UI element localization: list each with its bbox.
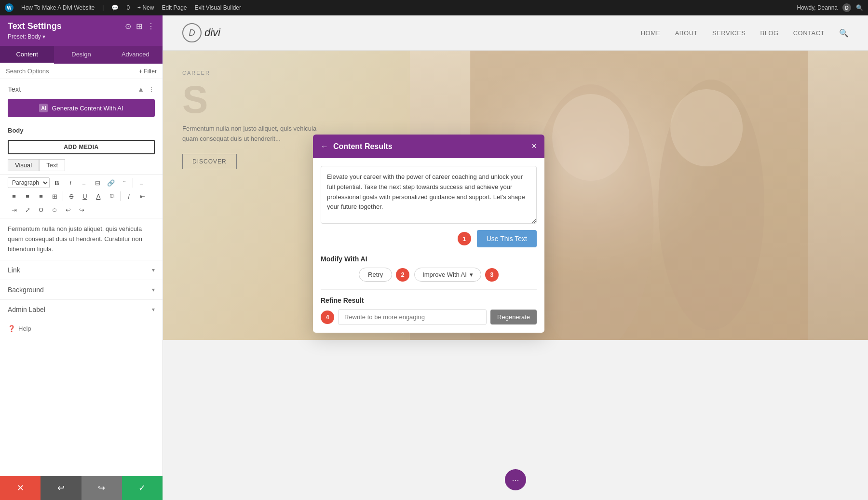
use-text-button[interactable]: Use This Text: [477, 230, 537, 247]
align-center-btn[interactable]: ≡: [8, 190, 20, 203]
search-options-input[interactable]: [6, 68, 135, 75]
strike-btn[interactable]: S: [65, 190, 78, 203]
add-media-button[interactable]: ADD MEDIA: [8, 140, 155, 154]
italic-btn[interactable]: I: [64, 176, 77, 189]
redo-button[interactable]: ↪: [81, 476, 122, 500]
user-avatar: D: [842, 3, 851, 12]
modal-title-row: ← Content Results: [321, 142, 393, 151]
refine-input[interactable]: [338, 309, 487, 325]
wp-logo-icon: W: [5, 3, 14, 12]
badge-4: 4: [321, 311, 334, 324]
retry-badge-row: Retry 2: [359, 268, 409, 282]
link-section[interactable]: Link ▾: [0, 260, 163, 280]
exit-builder-link[interactable]: Exit Visual Builder: [195, 4, 242, 11]
improve-with-label: Improve With AI: [422, 271, 467, 278]
admin-label-section[interactable]: Admin Label ▾: [0, 299, 163, 319]
new-link[interactable]: + New: [137, 4, 154, 11]
ul-btn[interactable]: ≡: [78, 176, 90, 189]
site-name-link[interactable]: How To Make A Divi Website: [21, 4, 95, 11]
filter-button[interactable]: + Filter: [139, 68, 157, 75]
edit-page-link[interactable]: Edit Page: [162, 4, 187, 11]
table-btn[interactable]: ⊞: [48, 190, 61, 203]
tab-advanced[interactable]: Advanced: [108, 46, 163, 64]
indent-right-btn[interactable]: ⇥: [8, 203, 20, 216]
panel-settings-icon[interactable]: ⊙: [125, 22, 131, 31]
panel-layout-icon[interactable]: ⊞: [136, 22, 142, 31]
fullscreen-btn[interactable]: ⤢: [21, 203, 34, 216]
generate-ai-label: Generate Content With AI: [52, 105, 123, 112]
text-section-collapse[interactable]: ▲: [137, 85, 144, 93]
background-section[interactable]: Background ▾: [0, 280, 163, 299]
modify-ai-label: Modify With AI: [321, 255, 537, 263]
panel-title: Text Settings: [8, 21, 62, 31]
refine-row: Regenerate: [338, 309, 537, 325]
wp-admin-bar: W How To Make A Divi Website | 💬 0 + New…: [0, 0, 868, 15]
regenerate-button[interactable]: Regenerate: [490, 310, 537, 324]
generate-ai-button[interactable]: AI Generate Content With AI: [8, 99, 155, 117]
comments-link[interactable]: 0: [126, 4, 130, 11]
ai-icon: AI: [39, 104, 48, 112]
align-left-btn[interactable]: ≡: [135, 176, 148, 189]
special-char-btn[interactable]: Ω: [35, 203, 47, 216]
howdy-text: Howdy, Deanna: [797, 4, 838, 11]
toolbar-sep-1: [133, 178, 133, 188]
modal-back-icon[interactable]: ←: [321, 142, 328, 151]
redo-btn[interactable]: ↪: [75, 203, 88, 216]
retry-button[interactable]: Retry: [359, 268, 392, 282]
panel-title-row: Text Settings ⊙ ⊞ ⋮: [8, 21, 155, 31]
use-text-row: 1 Use This Text: [321, 230, 537, 247]
toolbar-sep-2: [63, 191, 63, 201]
panel-preset[interactable]: Preset: Body ▾: [8, 33, 155, 40]
text-section-header: Text ▲ ⋮: [0, 79, 163, 97]
emoji-btn[interactable]: ☺: [48, 203, 61, 216]
panel-more-icon[interactable]: ⋮: [147, 22, 155, 31]
text-section-more[interactable]: ⋮: [148, 85, 155, 93]
text-btn[interactable]: Text: [39, 159, 65, 171]
link-label: Link: [8, 266, 20, 274]
background-chevron-icon: ▾: [152, 286, 155, 293]
align-right-btn[interactable]: ≡: [21, 190, 34, 203]
body-label: Body: [0, 123, 163, 138]
undo-button[interactable]: ↩: [41, 476, 81, 500]
link-btn[interactable]: 🔗: [105, 176, 117, 189]
improve-dropdown-icon: ▾: [470, 271, 473, 278]
help-icon: ❓: [8, 325, 15, 332]
undo-btn[interactable]: ↩: [62, 203, 74, 216]
copy-format-btn[interactable]: ⧉: [106, 190, 118, 203]
modal-overlay: ← Content Results × 1 Use This Text: [163, 15, 868, 500]
left-panel: Text Settings ⊙ ⊞ ⋮ Preset: Body ▾ Conte…: [0, 15, 163, 500]
right-content: D divi HOME ABOUT SERVICES BLOG CONTACT …: [163, 15, 868, 500]
align-justify-btn[interactable]: ≡: [35, 190, 47, 203]
badge-4-row: 4 Regenerate: [321, 309, 537, 325]
comments-icon: 💬: [111, 4, 119, 11]
modal-close-button[interactable]: ×: [531, 141, 537, 151]
help-section: ❓ Help: [0, 319, 163, 338]
result-textarea[interactable]: [321, 166, 537, 224]
help-label[interactable]: Help: [18, 325, 31, 332]
paragraph-select[interactable]: Paragraph: [8, 177, 50, 188]
bold-btn[interactable]: B: [51, 176, 63, 189]
save-button[interactable]: ✓: [122, 476, 163, 500]
cancel-button[interactable]: ✕: [0, 476, 41, 500]
italic2-btn[interactable]: I: [122, 190, 135, 203]
quote-btn[interactable]: ": [118, 176, 131, 189]
search-options-bar: + Filter: [0, 64, 163, 79]
content-results-modal: ← Content Results × 1 Use This Text: [313, 135, 544, 333]
improve-badge-row: Improve With AI ▾ 3: [414, 268, 499, 282]
visual-btn[interactable]: Visual: [8, 159, 39, 171]
modal-body: 1 Use This Text Modify With AI Retry 2: [313, 158, 544, 333]
background-label: Background: [8, 286, 44, 294]
ol-btn[interactable]: ⊟: [91, 176, 104, 189]
modify-ai-section: Modify With AI Retry 2 Improve With AI ▾: [321, 255, 537, 282]
separator: |: [102, 4, 104, 11]
indent-left-btn[interactable]: ⇤: [136, 190, 149, 203]
improve-with-button[interactable]: Improve With AI ▾: [414, 268, 481, 282]
tab-design[interactable]: Design: [54, 46, 108, 64]
underline-btn[interactable]: U: [79, 190, 91, 203]
color-btn[interactable]: A: [92, 190, 105, 203]
badge-1: 1: [458, 232, 471, 245]
toolbar-sep-3: [120, 191, 121, 201]
search-admin-icon[interactable]: 🔍: [856, 4, 863, 11]
tab-content[interactable]: Content: [0, 46, 54, 64]
text-section-title: Text: [8, 85, 21, 93]
